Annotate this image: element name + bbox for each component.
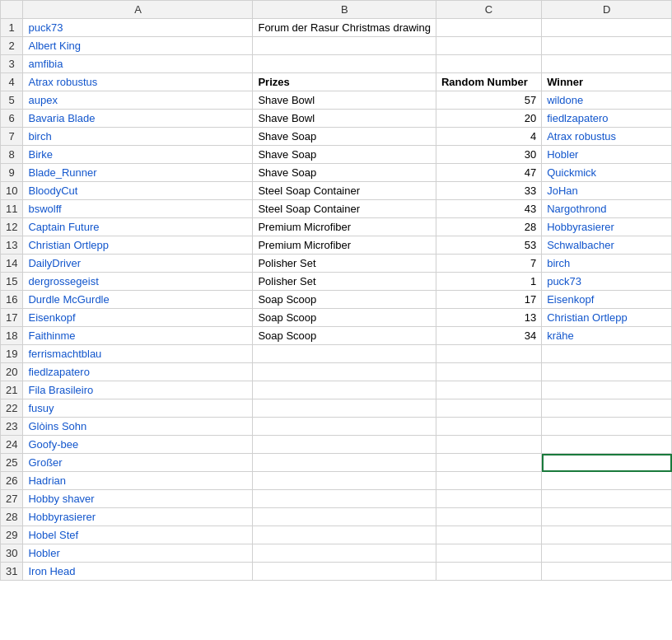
table-row: 11bswolffSteel Soap Container43Nargothro… xyxy=(1,200,672,218)
cell-a-6[interactable]: Bavaria Blade xyxy=(23,110,253,128)
link-a-24[interactable]: Goofy-bee xyxy=(28,438,78,451)
cell-a-20[interactable]: fiedlzapatero xyxy=(23,363,253,381)
link-d-5[interactable]: wildone xyxy=(547,94,583,106)
link-a-14[interactable]: DailyDriver xyxy=(28,257,81,269)
link-d-9[interactable]: Quickmick xyxy=(547,166,596,179)
cell-d-6[interactable]: fiedlzapatero xyxy=(542,110,672,128)
cell-a-9[interactable]: Blade_Runner xyxy=(23,164,253,182)
link-d-6[interactable]: fiedlzapatero xyxy=(547,112,608,124)
cell-d-8[interactable]: Hobler xyxy=(542,146,672,164)
cell-d-12[interactable]: Hobbyrasierer xyxy=(542,218,672,236)
cell-a-25[interactable]: Großer xyxy=(23,454,253,472)
link-a-25[interactable]: Großer xyxy=(28,456,62,469)
link-a-27[interactable]: Hobby shaver xyxy=(28,493,94,505)
cell-a-19[interactable]: ferrismachtblau xyxy=(23,345,253,363)
col-header-d[interactable]: D xyxy=(542,1,672,19)
col-header-b[interactable]: B xyxy=(253,1,436,19)
cell-a-12[interactable]: Captain Future xyxy=(23,218,253,236)
cell-a-18[interactable]: Faithinme xyxy=(23,327,253,345)
cell-d-7[interactable]: Atrax robustus xyxy=(542,128,672,146)
cell-a-3[interactable]: amfibia xyxy=(23,55,253,73)
cell-a-14[interactable]: DailyDriver xyxy=(23,255,253,273)
cell-a-16[interactable]: Durdle McGurdle xyxy=(23,291,253,309)
link-a-2[interactable]: Albert King xyxy=(28,40,81,52)
link-a-15[interactable]: dergrossegeist xyxy=(28,275,98,287)
cell-a-5[interactable]: aupex xyxy=(23,91,253,110)
link-d-14[interactable]: birch xyxy=(547,257,570,269)
link-a-13[interactable]: Christian Ortlepp xyxy=(28,239,109,251)
cell-a-2[interactable]: Albert King xyxy=(23,37,253,55)
cell-d-17[interactable]: Christian Ortlepp xyxy=(542,309,672,327)
link-a-21[interactable]: Fila Brasileiro xyxy=(28,384,93,396)
cell-d-11[interactable]: Nargothrond xyxy=(542,200,672,218)
cell-d-16[interactable]: Eisenkopf xyxy=(542,291,672,309)
cell-a-24[interactable]: Goofy-bee xyxy=(23,436,253,454)
cell-d-13[interactable]: Schwalbacher xyxy=(542,236,672,255)
cell-c-13: 53 xyxy=(436,236,541,255)
link-a-5[interactable]: aupex xyxy=(28,94,57,106)
link-a-3[interactable]: amfibia xyxy=(28,58,63,70)
cell-a-31[interactable]: Iron Head xyxy=(23,563,253,581)
cell-a-7[interactable]: birch xyxy=(23,128,253,146)
link-a-4[interactable]: Atrax robustus xyxy=(28,76,97,88)
link-a-29[interactable]: Hobel Stef xyxy=(28,529,78,541)
link-a-26[interactable]: Hadrian xyxy=(28,474,66,487)
row-number: 25 xyxy=(1,454,23,472)
cell-a-28[interactable]: Hobbyrasierer xyxy=(23,508,253,526)
cell-d-5[interactable]: wildone xyxy=(542,91,672,110)
link-a-20[interactable]: fiedlzapatero xyxy=(28,366,89,378)
cell-a-1[interactable]: puck73 xyxy=(23,19,253,37)
cell-d-14[interactable]: birch xyxy=(542,255,672,273)
link-d-8[interactable]: Hobler xyxy=(547,148,578,161)
link-a-31[interactable]: Iron Head xyxy=(28,565,75,577)
link-a-16[interactable]: Durdle McGurdle xyxy=(28,293,109,306)
link-a-28[interactable]: Hobbyrasierer xyxy=(28,511,96,523)
cell-a-13[interactable]: Christian Ortlepp xyxy=(23,236,253,255)
cell-a-8[interactable]: Birke xyxy=(23,146,253,164)
cell-a-27[interactable]: Hobby shaver xyxy=(23,490,253,508)
link-d-12[interactable]: Hobbyrasierer xyxy=(547,221,614,233)
link-a-30[interactable]: Hobler xyxy=(28,547,59,559)
link-d-18[interactable]: krähe xyxy=(547,329,574,342)
cell-a-4[interactable]: Atrax robustus xyxy=(23,73,253,91)
cell-a-10[interactable]: BloodyCut xyxy=(23,182,253,200)
link-a-11[interactable]: bswolff xyxy=(28,203,61,215)
cell-a-22[interactable]: fusuy xyxy=(23,399,253,418)
link-a-10[interactable]: BloodyCut xyxy=(28,185,77,197)
link-d-17[interactable]: Christian Ortlepp xyxy=(547,311,628,324)
link-d-10[interactable]: JoHan xyxy=(547,185,578,197)
cell-a-23[interactable]: Glòins Sohn xyxy=(23,418,253,436)
link-a-8[interactable]: Birke xyxy=(28,148,53,161)
link-a-22[interactable]: fusuy xyxy=(28,402,54,414)
row-number: 19 xyxy=(1,345,23,363)
cell-a-26[interactable]: Hadrian xyxy=(23,472,253,490)
link-d-15[interactable]: puck73 xyxy=(547,275,581,287)
link-d-7[interactable]: Atrax robustus xyxy=(547,130,616,142)
cell-a-21[interactable]: Fila Brasileiro xyxy=(23,381,253,399)
link-a-9[interactable]: Blade_Runner xyxy=(28,166,96,179)
cell-a-17[interactable]: Eisenkopf xyxy=(23,309,253,327)
cell-a-29[interactable]: Hobel Stef xyxy=(23,526,253,544)
cell-d-9[interactable]: Quickmick xyxy=(542,164,672,182)
link-d-11[interactable]: Nargothrond xyxy=(547,203,606,215)
cell-d-15[interactable]: puck73 xyxy=(542,273,672,291)
col-header-a[interactable]: A xyxy=(23,1,253,19)
link-a-12[interactable]: Captain Future xyxy=(28,221,99,233)
cell-c-7: 4 xyxy=(436,128,541,146)
col-header-c[interactable]: C xyxy=(436,1,541,19)
link-a-7[interactable]: birch xyxy=(28,130,51,142)
link-a-23[interactable]: Glòins Sohn xyxy=(28,420,86,432)
link-a-18[interactable]: Faithinme xyxy=(28,329,75,342)
cell-a-15[interactable]: dergrossegeist xyxy=(23,273,253,291)
cell-b-18: Soap Scoop xyxy=(253,327,436,345)
link-d-13[interactable]: Schwalbacher xyxy=(547,239,614,251)
cell-d-10[interactable]: JoHan xyxy=(542,182,672,200)
cell-a-11[interactable]: bswolff xyxy=(23,200,253,218)
link-a-6[interactable]: Bavaria Blade xyxy=(28,112,95,124)
link-a-17[interactable]: Eisenkopf xyxy=(28,311,75,324)
link-a-19[interactable]: ferrismachtblau xyxy=(28,348,101,360)
cell-d-18[interactable]: krähe xyxy=(542,327,672,345)
link-a-1[interactable]: puck73 xyxy=(28,21,63,34)
cell-a-30[interactable]: Hobler xyxy=(23,544,253,563)
link-d-16[interactable]: Eisenkopf xyxy=(547,293,594,306)
